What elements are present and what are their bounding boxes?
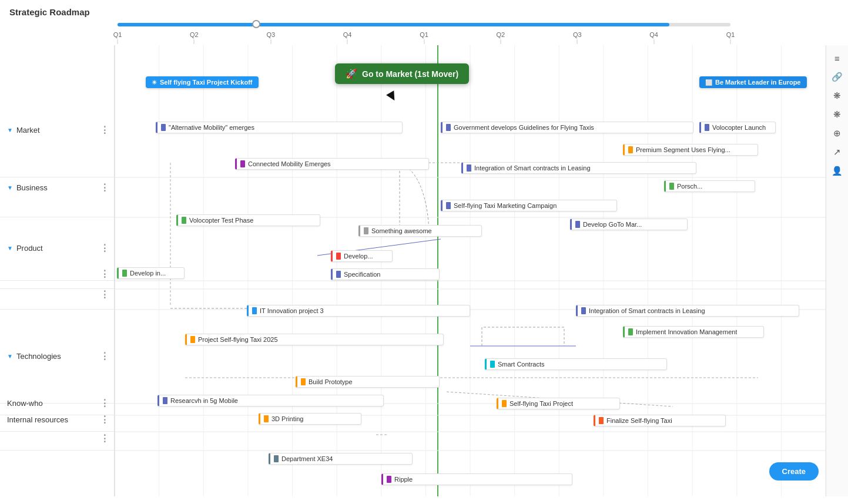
timeline-scrubber-area — [0, 17, 848, 26]
row-label-8: ⋮ — [0, 427, 114, 451]
magnet-icon[interactable]: ⊕ — [829, 125, 846, 142]
expand-icon-Technologies[interactable]: ▼ — [7, 353, 13, 359]
gantt-container: ▼Market⋮▼Business⋮▼Product⋮⋮⋮▼Technologi… — [0, 45, 848, 496]
task-bar-t20[interactable]: Build Prototype — [296, 376, 440, 388]
quarter-label-4: Q3 — [266, 31, 275, 38]
link-icon[interactable]: 🔗 — [829, 69, 846, 85]
task-color-indicator-t24 — [599, 417, 604, 424]
layers2-icon[interactable]: ❋ — [829, 106, 846, 123]
row-more-icon-Business[interactable]: ⋮ — [100, 182, 109, 193]
task-bar-t4[interactable]: Connected Mobility Emerges — [235, 158, 429, 170]
scrubber-track[interactable] — [118, 23, 730, 26]
task-label-t3: Volocopter Launch — [712, 124, 766, 131]
row-labels-panel: ▼Market⋮▼Business⋮▼Product⋮⋮⋮▼Technologi… — [0, 45, 115, 496]
task-label-t26: Ripple — [394, 476, 413, 483]
quarter-label-8: Q1 — [420, 31, 428, 38]
task-color-indicator-t21 — [163, 397, 167, 404]
task-color-indicator-t3 — [705, 124, 709, 131]
layers1-icon[interactable]: ❋ — [829, 88, 846, 104]
row-more-icon-Know-who[interactable]: ⋮ — [100, 398, 109, 409]
task-bar-t6[interactable]: Porsch... — [664, 180, 755, 192]
task-bar-t26[interactable]: Ripple — [381, 473, 572, 485]
task-label-t10: Something awesome — [371, 227, 432, 234]
task-bar-t3[interactable]: Volocopter Launch — [699, 122, 776, 133]
milestone-label-ms3: Be Market Leader in Europe — [715, 79, 801, 86]
task-label-t5: Integration of Smart contracts in Leasin… — [474, 164, 591, 172]
task-color-indicator-t6 — [669, 183, 674, 190]
task-bar-t25[interactable]: Department XE34 — [269, 453, 413, 465]
scrubber-thumb[interactable] — [252, 20, 260, 28]
task-bar-t18[interactable]: Implement Innovation Management — [623, 326, 764, 338]
task-bar-t2[interactable]: Government develops Guidelines for Flyin… — [441, 122, 693, 133]
row-more-icon-3[interactable]: ⋮ — [100, 268, 109, 280]
task-label-t19: Smart Contracts — [498, 361, 544, 368]
quarter-label-2: Q2 — [190, 31, 199, 38]
expand-icon-Market[interactable]: ▼ — [7, 127, 13, 133]
task-label-t2: Government develops Guidelines for Flyin… — [454, 124, 594, 131]
task-color-indicator-t5 — [467, 164, 471, 172]
task-bar-t19[interactable]: Smart Contracts — [485, 358, 667, 370]
task-bar-t14[interactable]: Specification — [331, 268, 440, 280]
task-bar-t5[interactable]: Integration of Smart contracts in Leasin… — [461, 162, 696, 174]
task-bar-t7[interactable]: Premium Segment Uses Flying... — [623, 144, 758, 156]
row-label-Business: ▼Business⋮ — [0, 159, 114, 217]
row-label-Technologies: ▼Technologies⋮ — [0, 310, 114, 404]
task-bar-t15[interactable]: IT Innovation project 3 — [247, 305, 470, 317]
task-color-indicator-t23 — [264, 415, 269, 422]
task-bar-t23[interactable]: 3D Printing — [259, 413, 361, 425]
task-bar-t9[interactable]: Volocopter Test Phase — [176, 214, 320, 226]
list-icon[interactable]: ≡ — [829, 50, 846, 66]
task-bar-t1[interactable]: "Alternative Mobility" emerges — [156, 122, 403, 133]
milestone-label-ms1: Self flying Taxi Project Kickoff — [160, 79, 253, 86]
quarter-label-0: Q1 — [113, 31, 122, 38]
task-label-t22: Self-flying Taxi Project — [510, 400, 573, 407]
milestone-icon-ms1: ☀ — [152, 79, 157, 86]
grid-svg — [115, 45, 826, 496]
row-more-icon-8[interactable]: ⋮ — [100, 433, 109, 444]
quarter-label-6: Q4 — [343, 31, 352, 38]
task-bar-t17[interactable]: Project Self-flying Taxi 2025 — [185, 334, 444, 345]
rocket-icon: 🚀 — [346, 68, 357, 79]
task-color-indicator-t8 — [446, 202, 451, 209]
row-more-icon-4[interactable]: ⋮ — [100, 289, 109, 300]
row-label-text-Internal resources: Internal resources — [7, 415, 68, 424]
arrow-icon[interactable]: ↗ — [829, 144, 846, 160]
task-bar-t21[interactable]: Researcvh in 5g Mobile — [157, 395, 384, 406]
task-color-indicator-t25 — [274, 455, 279, 462]
task-bar-t13[interactable]: Develop... — [331, 250, 393, 262]
task-label-t15: IT Innovation project 3 — [260, 307, 324, 314]
task-label-t13: Develop... — [344, 253, 373, 260]
row-more-icon-Market[interactable]: ⋮ — [100, 125, 109, 136]
task-bar-t16[interactable]: Integration of Smart contracts in Leasin… — [576, 305, 799, 317]
scrubber-fill — [118, 23, 669, 26]
task-bar-t8[interactable]: Self-flying Taxi Marketing Campaign — [441, 200, 617, 211]
task-label-t25: Department XE34 — [281, 455, 333, 462]
row-more-icon-Internal resources[interactable]: ⋮ — [100, 414, 109, 425]
task-label-t6: Porsch... — [677, 183, 702, 190]
quarter-label-16: Q1 — [726, 31, 735, 38]
row-more-icon-Technologies[interactable]: ⋮ — [100, 351, 109, 362]
task-label-t24: Finalize Self-flying Taxi — [606, 417, 672, 424]
quarter-label-10: Q2 — [497, 31, 505, 38]
task-label-t14: Specification — [344, 271, 380, 278]
right-toolbar: ≡🔗❋❋⊕↗👤 — [826, 45, 848, 496]
task-color-indicator-t17 — [190, 336, 195, 343]
task-bar-t11[interactable]: Develop GoTo Mar... — [570, 219, 688, 230]
task-label-t11: Develop GoTo Mar... — [583, 221, 642, 228]
expand-icon-Product[interactable]: ▼ — [7, 245, 13, 251]
milestone-icon-ms3: ⬜ — [705, 79, 712, 86]
task-bar-t10[interactable]: Something awesome — [358, 225, 482, 237]
task-color-indicator-t22 — [502, 400, 507, 407]
create-button[interactable]: Create — [769, 462, 819, 481]
page-title: Strategic Roadmap — [9, 7, 839, 17]
person-icon[interactable]: 👤 — [829, 163, 846, 179]
row-more-icon-Product[interactable]: ⋮ — [100, 243, 109, 254]
row-label-text-Know-who: Know-who — [7, 399, 43, 408]
expand-icon-Business[interactable]: ▼ — [7, 184, 13, 191]
task-color-indicator-t11 — [575, 221, 580, 228]
task-bar-t24[interactable]: Finalize Self-flying Taxi — [594, 415, 726, 426]
task-color-indicator-t16 — [581, 307, 586, 314]
task-bar-t12[interactable]: Develop in... — [117, 267, 185, 279]
task-label-t18: Implement Innovation Management — [636, 328, 737, 335]
task-bar-t22[interactable]: Self-flying Taxi Project — [497, 398, 620, 409]
